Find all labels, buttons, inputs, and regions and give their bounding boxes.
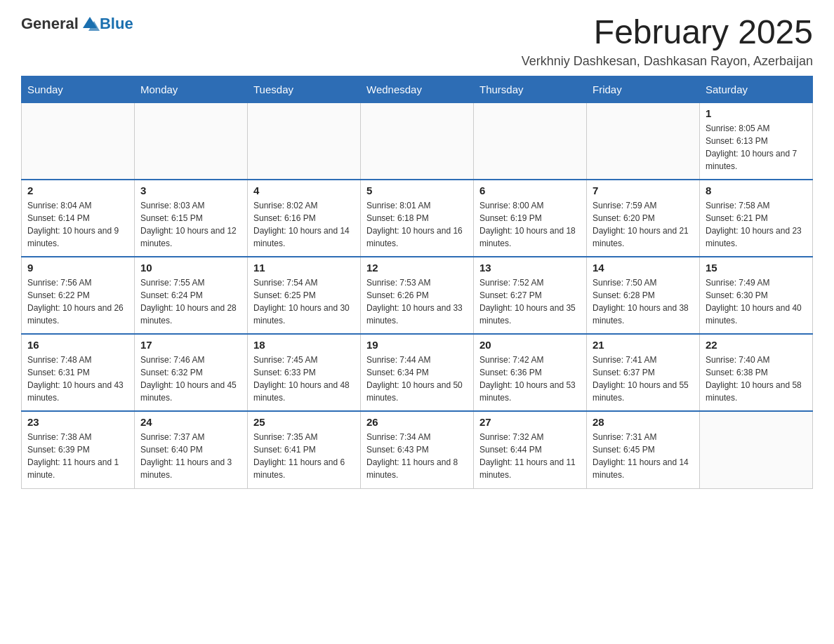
day-number: 20 (479, 339, 581, 351)
calendar-cell-w2-d4: 6Sunrise: 8:00 AMSunset: 6:19 PMDaylight… (474, 180, 587, 257)
day-info: Sunrise: 7:48 AMSunset: 6:31 PMDaylight:… (27, 354, 128, 404)
calendar-cell-w4-d3: 19Sunrise: 7:44 AMSunset: 6:34 PMDayligh… (361, 334, 474, 411)
calendar-week-3: 9Sunrise: 7:56 AMSunset: 6:22 PMDaylight… (22, 257, 813, 334)
col-sunday: Sunday (22, 76, 135, 102)
col-thursday: Thursday (474, 76, 587, 102)
day-number: 14 (593, 262, 694, 274)
calendar-cell-w1-d6: 1Sunrise: 8:05 AMSunset: 6:13 PMDaylight… (700, 102, 813, 180)
day-number: 19 (366, 339, 468, 351)
day-number: 12 (366, 262, 468, 274)
calendar-cell-w3-d5: 14Sunrise: 7:50 AMSunset: 6:28 PMDayligh… (587, 257, 700, 334)
day-number: 22 (706, 339, 807, 351)
calendar-cell-w2-d2: 4Sunrise: 8:02 AMSunset: 6:16 PMDaylight… (248, 180, 361, 257)
day-number: 15 (706, 262, 807, 274)
day-info: Sunrise: 7:38 AMSunset: 6:39 PMDaylight:… (27, 431, 128, 481)
calendar-cell-w1-d1 (135, 102, 248, 180)
day-info: Sunrise: 7:35 AMSunset: 6:41 PMDaylight:… (253, 431, 355, 481)
calendar-cell-w5-d2: 25Sunrise: 7:35 AMSunset: 6:41 PMDayligh… (248, 411, 361, 488)
calendar-cell-w4-d5: 21Sunrise: 7:41 AMSunset: 6:37 PMDayligh… (587, 334, 700, 411)
calendar-cell-w3-d6: 15Sunrise: 7:49 AMSunset: 6:30 PMDayligh… (700, 257, 813, 334)
day-info: Sunrise: 7:31 AMSunset: 6:45 PMDaylight:… (593, 431, 694, 481)
calendar-cell-w2-d6: 8Sunrise: 7:58 AMSunset: 6:21 PMDaylight… (700, 180, 813, 257)
calendar-cell-w4-d0: 16Sunrise: 7:48 AMSunset: 6:31 PMDayligh… (22, 334, 135, 411)
day-number: 10 (140, 262, 241, 274)
calendar-cell-w3-d3: 12Sunrise: 7:53 AMSunset: 6:26 PMDayligh… (361, 257, 474, 334)
calendar-cell-w2-d0: 2Sunrise: 8:04 AMSunset: 6:14 PMDaylight… (22, 180, 135, 257)
calendar-cell-w1-d5 (587, 102, 700, 180)
calendar-header-row: Sunday Monday Tuesday Wednesday Thursday… (22, 76, 813, 102)
day-info: Sunrise: 7:50 AMSunset: 6:28 PMDaylight:… (593, 276, 694, 327)
month-title: February 2025 (522, 14, 813, 51)
day-info: Sunrise: 7:41 AMSunset: 6:37 PMDaylight:… (593, 354, 694, 404)
day-info: Sunrise: 8:04 AMSunset: 6:14 PMDaylight:… (27, 199, 128, 250)
day-info: Sunrise: 7:32 AMSunset: 6:44 PMDaylight:… (479, 431, 581, 481)
calendar-cell-w1-d4 (474, 102, 587, 180)
day-info: Sunrise: 7:45 AMSunset: 6:33 PMDaylight:… (253, 354, 355, 404)
day-number: 5 (366, 185, 468, 196)
day-info: Sunrise: 7:37 AMSunset: 6:40 PMDaylight:… (140, 431, 241, 481)
day-number: 28 (593, 416, 694, 428)
day-info: Sunrise: 8:05 AMSunset: 6:13 PMDaylight:… (706, 122, 807, 173)
calendar-cell-w5-d4: 27Sunrise: 7:32 AMSunset: 6:44 PMDayligh… (474, 411, 587, 488)
col-tuesday: Tuesday (248, 76, 361, 102)
day-info: Sunrise: 8:00 AMSunset: 6:19 PMDaylight:… (479, 199, 581, 250)
col-saturday: Saturday (700, 76, 813, 102)
calendar-cell-w1-d0 (22, 102, 135, 180)
calendar-cell-w1-d2 (248, 102, 361, 180)
day-number: 11 (253, 262, 355, 274)
calendar-cell-w2-d3: 5Sunrise: 8:01 AMSunset: 6:18 PMDaylight… (361, 180, 474, 257)
calendar-cell-w5-d6 (700, 411, 813, 488)
location-subtitle: Verkhniy Dashkesan, Dashkasan Rayon, Aze… (522, 54, 813, 69)
day-info: Sunrise: 7:55 AMSunset: 6:24 PMDaylight:… (140, 276, 241, 327)
day-info: Sunrise: 7:44 AMSunset: 6:34 PMDaylight:… (366, 354, 468, 404)
day-info: Sunrise: 7:52 AMSunset: 6:27 PMDaylight:… (479, 276, 581, 327)
calendar-cell-w5-d1: 24Sunrise: 7:37 AMSunset: 6:40 PMDayligh… (135, 411, 248, 488)
day-info: Sunrise: 8:01 AMSunset: 6:18 PMDaylight:… (366, 199, 468, 250)
calendar-week-4: 16Sunrise: 7:48 AMSunset: 6:31 PMDayligh… (22, 334, 813, 411)
calendar-cell-w3-d4: 13Sunrise: 7:52 AMSunset: 6:27 PMDayligh… (474, 257, 587, 334)
calendar-cell-w2-d1: 3Sunrise: 8:03 AMSunset: 6:15 PMDaylight… (135, 180, 248, 257)
day-number: 1 (706, 107, 807, 119)
logo-icon (80, 14, 100, 34)
calendar-cell-w1-d3 (361, 102, 474, 180)
day-number: 27 (479, 416, 581, 428)
day-number: 4 (253, 185, 355, 196)
day-number: 18 (253, 339, 355, 351)
day-info: Sunrise: 7:54 AMSunset: 6:25 PMDaylight:… (253, 276, 355, 327)
col-friday: Friday (587, 76, 700, 102)
calendar-cell-w3-d1: 10Sunrise: 7:55 AMSunset: 6:24 PMDayligh… (135, 257, 248, 334)
day-number: 25 (253, 416, 355, 428)
calendar-cell-w4-d1: 17Sunrise: 7:46 AMSunset: 6:32 PMDayligh… (135, 334, 248, 411)
day-number: 2 (27, 185, 128, 196)
day-number: 23 (27, 416, 128, 428)
day-info: Sunrise: 7:40 AMSunset: 6:38 PMDaylight:… (706, 354, 807, 404)
day-number: 9 (27, 262, 128, 274)
day-number: 24 (140, 416, 241, 428)
calendar-cell-w3-d2: 11Sunrise: 7:54 AMSunset: 6:25 PMDayligh… (248, 257, 361, 334)
calendar-cell-w5-d5: 28Sunrise: 7:31 AMSunset: 6:45 PMDayligh… (587, 411, 700, 488)
title-area: February 2025 Verkhniy Dashkesan, Dashka… (522, 14, 813, 69)
col-wednesday: Wednesday (361, 76, 474, 102)
day-number: 7 (593, 185, 694, 196)
page-header: General Blue February 2025 Verkhniy Dash… (21, 14, 813, 69)
day-number: 3 (140, 185, 241, 196)
logo: General Blue (21, 14, 133, 34)
calendar-cell-w4-d2: 18Sunrise: 7:45 AMSunset: 6:33 PMDayligh… (248, 334, 361, 411)
col-monday: Monday (135, 76, 248, 102)
day-number: 6 (479, 185, 581, 196)
day-info: Sunrise: 7:59 AMSunset: 6:20 PMDaylight:… (593, 199, 694, 250)
calendar-week-2: 2Sunrise: 8:04 AMSunset: 6:14 PMDaylight… (22, 180, 813, 257)
logo-general-text: General (21, 15, 79, 33)
calendar-cell-w5-d3: 26Sunrise: 7:34 AMSunset: 6:43 PMDayligh… (361, 411, 474, 488)
calendar-week-1: 1Sunrise: 8:05 AMSunset: 6:13 PMDaylight… (22, 102, 813, 180)
day-info: Sunrise: 7:49 AMSunset: 6:30 PMDaylight:… (706, 276, 807, 327)
day-number: 17 (140, 339, 241, 351)
calendar-week-5: 23Sunrise: 7:38 AMSunset: 6:39 PMDayligh… (22, 411, 813, 488)
day-number: 8 (706, 185, 807, 196)
day-info: Sunrise: 7:56 AMSunset: 6:22 PMDaylight:… (27, 276, 128, 327)
day-number: 16 (27, 339, 128, 351)
day-info: Sunrise: 7:46 AMSunset: 6:32 PMDaylight:… (140, 354, 241, 404)
day-number: 21 (593, 339, 694, 351)
day-info: Sunrise: 7:34 AMSunset: 6:43 PMDaylight:… (366, 431, 468, 481)
day-number: 13 (479, 262, 581, 274)
